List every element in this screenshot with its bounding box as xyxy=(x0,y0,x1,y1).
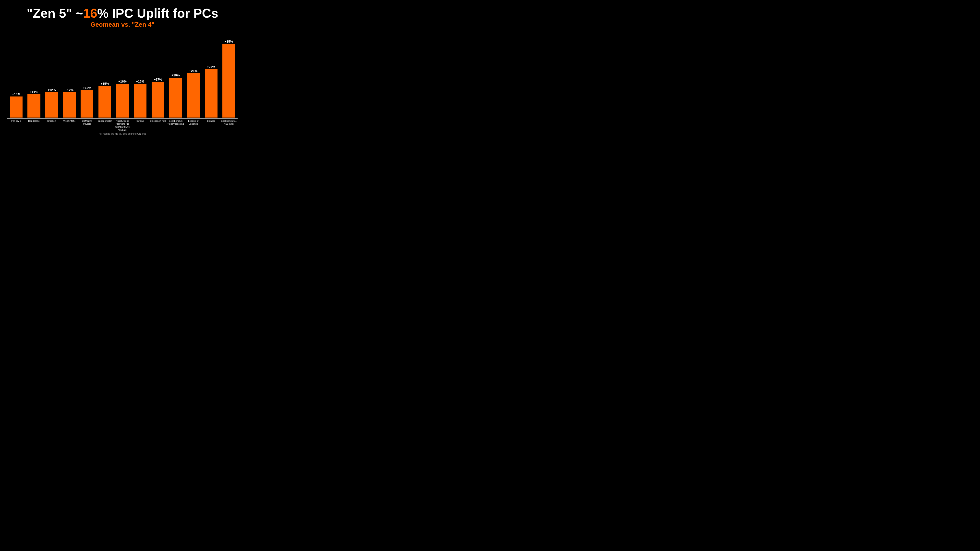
bar-value-3: +12% xyxy=(65,88,73,92)
bar-rect-12 xyxy=(223,44,235,117)
bar-label-9: Geekbench 6Text Processing xyxy=(167,119,185,132)
baseline xyxy=(7,118,238,119)
bar-group-5: +15% xyxy=(96,31,114,117)
bar-value-7: +16% xyxy=(136,79,145,83)
footnote: *all results are 'up to'. See endnote GN… xyxy=(99,132,146,135)
bar-group-2: +12% xyxy=(43,31,60,117)
bar-rect-5 xyxy=(99,86,111,118)
bar-group-11: +23% xyxy=(202,31,220,117)
bar-value-0: +10% xyxy=(12,92,20,96)
bar-value-8: +17% xyxy=(154,78,162,81)
bar-value-11: +23% xyxy=(207,65,215,68)
subtitle: Geomean vs. "Zen 4" xyxy=(91,21,154,29)
bar-label-0: Far Cry 6 xyxy=(7,119,25,132)
bar-group-1: +11% xyxy=(25,31,43,117)
chart-area: +10%+11%+12%+12%+13%+15%+16%+16%+17%+19%… xyxy=(7,31,238,132)
bar-label-12: Geekbench 5.4AES XTS xyxy=(220,119,238,132)
main-title: "Zen 5" ~16% IPC Uplift for PCs xyxy=(27,6,218,20)
bar-rect-10 xyxy=(187,73,200,117)
main-container: "Zen 5" ~16% IPC Uplift for PCs Geomean … xyxy=(0,0,245,138)
bars-wrapper: +10%+11%+12%+12%+13%+15%+16%+16%+17%+19%… xyxy=(7,31,238,117)
bar-rect-8 xyxy=(152,82,164,118)
bar-rect-1 xyxy=(27,94,40,117)
bar-group-3: +12% xyxy=(60,31,78,117)
bar-label-10: League ofLegends xyxy=(185,119,202,132)
labels-row: Far Cry 6HandbrakeKrackenWebXPRT43DMark®… xyxy=(7,119,238,132)
bar-label-6: Puget AdobePremiere ProStandard LivePlay… xyxy=(114,119,131,132)
bar-value-9: +19% xyxy=(172,73,180,77)
bar-value-1: +11% xyxy=(30,90,38,94)
bar-rect-7 xyxy=(134,84,146,117)
bar-group-12: +35% xyxy=(220,31,238,117)
bar-rect-9 xyxy=(169,78,182,118)
bar-label-7: Octane xyxy=(131,119,149,132)
bar-group-6: +16% xyxy=(114,31,131,117)
bar-label-8: Cinebench R23 xyxy=(149,119,167,132)
bar-rect-11 xyxy=(205,69,218,117)
bar-group-10: +21% xyxy=(185,31,202,117)
bar-label-1: Handbrake xyxy=(25,119,43,132)
bar-rect-4 xyxy=(81,90,93,118)
title-accent: 16 xyxy=(83,6,97,20)
bar-rect-3 xyxy=(63,92,76,118)
bar-group-9: +19% xyxy=(167,31,185,117)
bar-rect-6 xyxy=(116,84,129,117)
bar-value-12: +35% xyxy=(224,40,233,43)
title-prefix: "Zen 5" ~ xyxy=(27,6,83,20)
title-suffix: % IPC Uplift for PCs xyxy=(97,6,218,20)
bar-rect-0 xyxy=(10,97,22,118)
bar-label-2: Kracken xyxy=(43,119,60,132)
bar-value-6: +16% xyxy=(118,79,127,83)
bar-value-10: +21% xyxy=(189,69,197,73)
bar-label-4: 3DMark®Physics xyxy=(78,119,96,132)
bar-value-5: +15% xyxy=(101,82,109,86)
bar-group-7: +16% xyxy=(131,31,149,117)
bar-label-5: Speedometer xyxy=(96,119,114,132)
bar-value-4: +13% xyxy=(83,86,91,90)
bar-group-0: +10% xyxy=(7,31,25,117)
bar-value-2: +12% xyxy=(48,88,56,92)
bar-label-11: Blender xyxy=(202,119,220,132)
bar-rect-2 xyxy=(45,92,58,118)
bar-group-8: +17% xyxy=(149,31,167,117)
bar-group-4: +13% xyxy=(78,31,96,117)
bar-label-3: WebXPRT4 xyxy=(60,119,78,132)
